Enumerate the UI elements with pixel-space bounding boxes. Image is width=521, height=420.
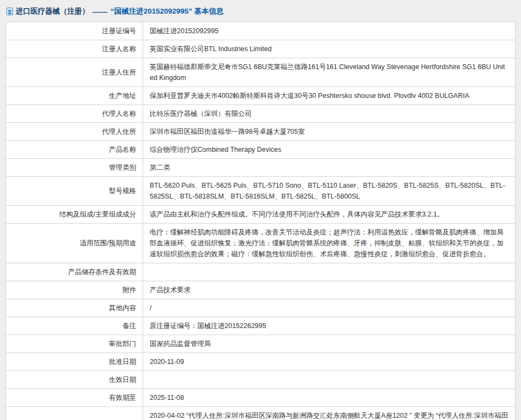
table-row-storage-conditions: 产品储存条件及有效期 [6,263,516,281]
row-label-change-status: 变更情况 [6,407,143,420]
table-row-valid-until: 有效期至 2025-11-08 [6,389,516,407]
row-label-registrant-name: 注册人名称 [6,40,143,58]
row-label-agent-address: 代理人住所 [6,123,143,141]
row-label-approval-department: 审批部门 [6,335,143,353]
registration-info-table: 注册证编号 国械注进20152092995 注册人名称 英国实业有限公司BTL … [5,22,516,420]
row-value-registrant-name: 英国实业有限公司BTL Industries Limited [143,40,516,58]
row-value-registrant-address: 英国赫特福德郡斯蒂文尼奇市SG1 6BU克莱福兰德路161号161 Clevel… [143,58,516,87]
row-label-production-address: 生产地址 [6,87,143,105]
row-label-model-specification: 型号规格 [6,177,143,206]
table-row-structure-composition: 结构及组成/主要组成成分 该产品由主机和治疗头配件组成。不同疗法使用不同治疗头配… [6,206,516,224]
row-label-effective-date: 生效日期 [6,371,143,389]
page-title-separator: —— [93,8,107,16]
table-row-agent-name: 代理人名称 比特乐医疗器械（深圳）有限公司 [6,105,516,123]
document-icon [7,8,13,15]
table-row-remarks: 备注 原注册证编号：国械注进20152262995 [6,317,516,335]
row-value-attachment: 产品技术要求 [143,281,516,299]
row-label-product-name: 产品名称 [6,141,143,159]
row-value-management-category: 第二类 [143,159,516,177]
table-row-registrant-name: 注册人名称 英国实业有限公司BTL Industries Limited [6,40,516,58]
row-label-valid-until: 有效期至 [6,389,143,407]
table-row-model-specification: 型号规格 BTL-5620 Puls、BTL-5625 Puls、BTL-571… [6,177,516,206]
table-row-registration-certificate-number: 注册证编号 国械注进20152092995 [6,22,516,40]
table-row-production-address: 生产地址 保加利亚普罗夫迪夫市4002帕斯特斯科肖诗大道30号30 Peshte… [6,87,516,105]
row-value-registration-certificate-number: 国械注进20152092995 [143,22,516,40]
row-label-management-category: 管理类别 [6,159,143,177]
page-title-highlight: “国械注进20152092995” 基本信息 [111,7,224,16]
table-row-effective-date: 生效日期 [6,371,516,389]
table-row-change-status: 变更情况 2020-04-02 “代理人住所:深圳市福田区深南路与新洲路交汇处东… [6,407,516,420]
row-value-effective-date [143,371,516,389]
table-row-approval-date: 批准日期 2020-11-09 [6,353,516,371]
table-row-management-category: 管理类别 第二类 [6,159,516,177]
table-row-agent-address: 代理人住所 深圳市福田区福田街道福华一路98号卓越大厦705室 [6,123,516,141]
row-value-valid-until: 2025-11-08 [143,389,516,407]
row-label-approval-date: 批准日期 [6,353,143,371]
row-value-production-address: 保加利亚普罗夫迪夫市4002帕斯特斯科肖诗大道30号30 Peshtersko … [143,87,516,105]
row-label-agent-name: 代理人名称 [6,105,143,123]
row-label-other-content: 其他内容 [6,299,143,317]
table-row-other-content: 其他内容 / [6,299,516,317]
row-value-structure-composition: 该产品由主机和治疗头配件组成。不同疗法使用不同治疗头配件，具体内容见产品技术要求… [143,206,516,224]
table-row-product-name: 产品名称 综合物理治疗仪Combined Therapy Devices [6,141,516,159]
table-row-registrant-address: 注册人住所 英国赫特福德郡斯蒂文尼奇市SG1 6BU克莱福兰德路161号161 … [6,58,516,87]
row-label-attachment: 附件 [6,281,143,299]
row-value-storage-conditions [143,263,516,281]
row-value-model-specification: BTL-5620 Puls、BTL-5625 Puls、BTL-5710 Son… [143,177,516,206]
row-value-other-content: / [143,299,516,317]
row-label-registration-certificate-number: 注册证编号 [6,22,143,40]
table-row-approval-department: 审批部门 国家药品监督管理局 [6,335,516,353]
row-value-remarks: 原注册证编号：国械注进20152262995 [143,317,516,335]
row-value-approval-date: 2020-11-09 [143,353,516,371]
row-value-change-status: 2020-04-02 “代理人住所:深圳市福田区深南路与新洲路交汇处东南侧航天大… [143,407,516,420]
row-label-storage-conditions: 产品储存条件及有效期 [6,263,143,281]
row-label-structure-composition: 结构及组成/主要组成成分 [6,206,143,224]
row-label-registrant-address: 注册人住所 [6,58,143,87]
table-row-scope-of-application: 适用范围/预期用途 电疗：缓解神经肌肉功能障碍及疼痛，改善关节活动及炎症；超声疗… [6,224,516,263]
row-label-scope-of-application: 适用范围/预期用途 [6,224,143,263]
page: 进口医疗器械（注册） —— “国械注进20152092995” 基本信息 注册证… [0,0,521,420]
page-title-prefix: 进口医疗器械（注册） [16,7,89,16]
row-value-scope-of-application: 电疗：缓解神经肌肉功能障碍及疼痛，改善关节活动及炎症；超声疗法：利用温热效应，缓… [143,224,516,263]
page-header: 进口医疗器械（注册） —— “国械注进20152092995” 基本信息 [5,4,516,22]
row-value-agent-name: 比特乐医疗器械（深圳）有限公司 [143,105,516,123]
row-value-product-name: 综合物理治疗仪Combined Therapy Devices [143,141,516,159]
row-label-remarks: 备注 [6,317,143,335]
row-value-agent-address: 深圳市福田区福田街道福华一路98号卓越大厦705室 [143,123,516,141]
table-row-attachment: 附件 产品技术要求 [6,281,516,299]
row-value-approval-department: 国家药品监督管理局 [143,335,516,353]
